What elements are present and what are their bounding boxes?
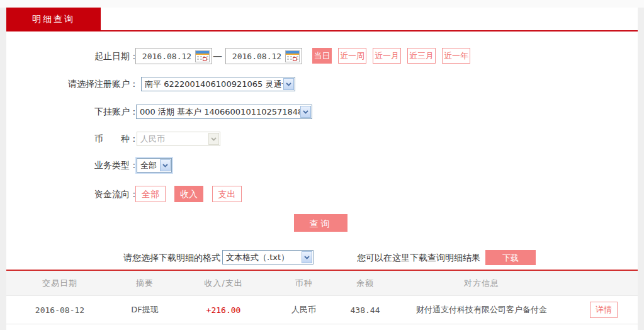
dropdown-arrow-icon (160, 159, 171, 171)
dropdown-arrow-icon (208, 133, 219, 145)
table-header-row: 交易日期 摘要 收入/支出 币种 余额 对方信息 (6, 271, 638, 296)
fund-flow-income-button[interactable]: 收入 (174, 186, 203, 202)
register-account-label: 请选择注册账户： (6, 77, 138, 91)
register-account-value: 南平 6222001406100921065 灵通卡 (142, 77, 283, 91)
register-account-select[interactable]: 南平 6222001406100921065 灵通卡 (141, 77, 295, 91)
business-type-value: 全部 (137, 159, 159, 172)
query-button[interactable]: 查询 (294, 214, 347, 232)
quick-range-buttons: 当日 近一周 近一月 近三月 近一年 (312, 48, 470, 64)
currency-label: 币 种： (6, 132, 138, 146)
download-hint-label: 您可以在这里下载查询明细结果 (357, 250, 480, 265)
cell-balance: 438.44 (337, 305, 393, 315)
business-type-label: 业务类型： (6, 158, 138, 173)
fund-flow-expense-button[interactable]: 支出 (212, 186, 242, 202)
page-top-strip (0, 0, 644, 8)
calendar-icon[interactable] (195, 50, 210, 62)
sub-account-value: 000 活期 基本户 1406600101102571848 (137, 105, 300, 118)
cell-counterparty: 财付通支付科技有限公司客户备付金 (393, 304, 570, 316)
header-cell-balance: 余额 (337, 278, 393, 289)
cell-date: 2016-08-12 (6, 305, 113, 315)
date-range-label: 起止日期： (6, 48, 138, 64)
header-cell-date: 交易日期 (6, 278, 113, 289)
cell-amount: +216.00 (176, 305, 271, 315)
fund-flow-all-button[interactable]: 全部 (135, 186, 166, 202)
cell-summary: DF提现 (113, 304, 176, 316)
currency-select: 人民币 (137, 132, 220, 146)
dropdown-arrow-icon (283, 78, 294, 90)
header-cell-amount: 收入/支出 (176, 278, 271, 289)
detail-button[interactable]: 详情 (590, 302, 618, 318)
tab-underline (6, 30, 638, 31)
header-cell-currency: 币种 (271, 278, 337, 289)
date-range-dash: — (213, 48, 222, 64)
table-row: 2016-08-12 DF提现 +216.00 人民币 438.44 财付通支付… (6, 296, 638, 324)
header-cell-counterparty: 对方信息 (393, 278, 570, 289)
download-format-label: 请您选择下载明细的格式 (6, 250, 220, 265)
header-cell-summary: 摘要 (113, 278, 176, 289)
sub-account-label: 下挂账户： (6, 105, 138, 119)
download-format-value: 文本格式（.txt） (223, 251, 301, 264)
cell-currency: 人民币 (271, 304, 337, 316)
sub-account-select[interactable]: 000 活期 基本户 1406600101102571848 (136, 105, 312, 119)
fund-flow-label: 资金流向： (6, 186, 138, 202)
detail-query-panel: 明细查询 起止日期： — 当日 近一周 (6, 8, 638, 330)
quick-range-month-button[interactable]: 近一月 (373, 48, 401, 64)
tab-detail-query[interactable]: 明细查询 (6, 8, 101, 30)
quick-range-3months-button[interactable]: 近三月 (407, 48, 436, 64)
currency-value: 人民币 (137, 132, 208, 145)
quick-range-today-button[interactable]: 当日 (312, 48, 332, 64)
download-button[interactable]: 下载 (485, 250, 536, 265)
quick-range-year-button[interactable]: 近一年 (442, 48, 470, 64)
dropdown-arrow-icon (302, 251, 312, 263)
quick-range-week-button[interactable]: 近一周 (338, 48, 366, 64)
download-format-select[interactable]: 文本格式（.txt） (222, 250, 314, 265)
business-type-select[interactable]: 全部 (137, 158, 172, 173)
calendar-icon[interactable] (285, 50, 300, 62)
dropdown-arrow-icon (300, 106, 311, 118)
